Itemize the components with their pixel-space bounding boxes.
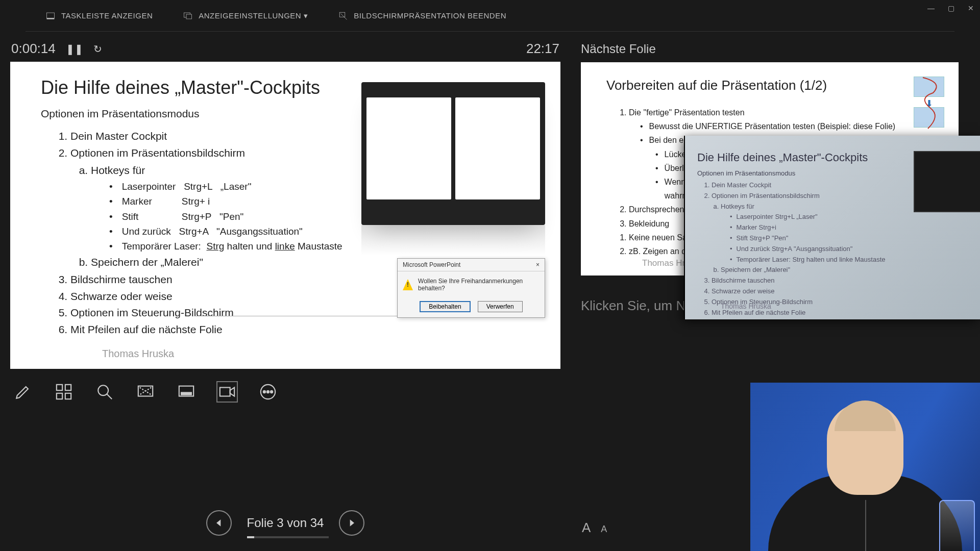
current-slide[interactable]: Die Hilfe deines „Master"-Cockpits Optio… xyxy=(10,62,560,369)
svg-rect-8 xyxy=(57,393,62,399)
elapsed-time: 0:00:14 xyxy=(11,41,56,57)
show-taskbar-button[interactable]: TASKLEISTE ANZEIGEN xyxy=(46,11,153,20)
camera-button[interactable] xyxy=(217,382,237,402)
svg-rect-3 xyxy=(186,14,192,19)
next-slide-title: Vorbereiten auf die Präsentation (1/2) xyxy=(606,78,933,93)
slide-navigation: Folie 3 von 34 xyxy=(10,510,560,536)
subtitle-button[interactable] xyxy=(177,382,196,402)
end-slideshow-button[interactable]: BILDSCHIRMPRÄSENTATION BEENDEN xyxy=(338,11,506,20)
next-slide-label: Nächste Folie xyxy=(581,42,959,56)
maximize-button[interactable]: ▢ xyxy=(948,4,954,12)
svg-point-18 xyxy=(267,391,269,393)
svg-point-10 xyxy=(98,385,108,395)
svg-point-17 xyxy=(263,391,265,393)
ink-dialog: Microsoft PowerPoint × ! Wollen Sie Ihre… xyxy=(397,258,545,318)
svg-rect-1 xyxy=(47,18,55,19)
dialog-message: Wollen Sie Ihre Freihandanmerkungen beha… xyxy=(418,278,540,292)
svg-rect-15 xyxy=(220,388,230,396)
black-screen-button[interactable] xyxy=(136,382,155,402)
warning-icon: ! xyxy=(403,279,413,290)
glass-icon xyxy=(939,500,975,551)
keep-button[interactable]: Beibehalten xyxy=(420,301,470,312)
clock-time: 22:17 xyxy=(526,41,559,57)
svg-rect-7 xyxy=(65,385,71,390)
svg-rect-14 xyxy=(181,392,191,394)
presenter-tools xyxy=(10,369,560,415)
ink-scribble xyxy=(913,72,948,134)
svg-rect-6 xyxy=(57,385,62,390)
projector-photo-overlay: Die Hilfe deines „Master"-Cockpits Optio… xyxy=(684,136,980,319)
prev-slide-button[interactable] xyxy=(206,510,232,536)
svg-point-19 xyxy=(271,391,273,393)
svg-rect-4 xyxy=(340,12,346,17)
webcam-feed[interactable] xyxy=(750,383,980,551)
discard-button[interactable]: Verwerfen xyxy=(478,301,523,312)
close-button[interactable]: ✕ xyxy=(968,4,974,12)
display-settings-label: ANZEIGEEINSTELLUNGEN ▾ xyxy=(199,11,308,20)
pen-tool-button[interactable] xyxy=(13,382,33,402)
dialog-close-icon[interactable]: × xyxy=(536,261,540,268)
next-slide-button[interactable] xyxy=(339,510,364,536)
zoom-button[interactable] xyxy=(95,382,114,402)
end-slideshow-label: BILDSCHIRMPRÄSENTATION BEENDEN xyxy=(354,11,506,20)
svg-rect-9 xyxy=(65,393,71,399)
svg-line-11 xyxy=(107,394,112,399)
restart-timer-button[interactable]: ↻ xyxy=(93,43,102,55)
slide-progress xyxy=(247,536,329,538)
pause-button[interactable]: ❚❚ xyxy=(66,43,83,55)
dialog-title: Microsoft PowerPoint xyxy=(403,261,460,268)
timer-bar: 0:00:14 ❚❚ ↻ 22:17 xyxy=(10,41,560,57)
list-item: Mit Pfeilen auf die nächste Folie xyxy=(70,321,530,338)
more-options-button[interactable] xyxy=(258,382,278,402)
top-menu: TASKLEISTE ANZEIGEN ANZEIGEEINSTELLUNGEN… xyxy=(26,0,954,32)
increase-font-button[interactable]: A xyxy=(582,520,591,536)
display-settings-button[interactable]: ANZEIGEEINSTELLUNGEN ▾ xyxy=(183,11,308,20)
decrease-font-button[interactable]: A xyxy=(601,524,607,535)
connector-line xyxy=(194,316,408,316)
svg-rect-0 xyxy=(47,13,55,18)
see-all-slides-button[interactable] xyxy=(54,382,74,402)
presenter-view-thumbnail xyxy=(361,82,545,225)
slide-author: Thomas Hruska xyxy=(102,348,174,360)
notes-font-controls: A A xyxy=(582,520,607,536)
slide-counter: Folie 3 von 34 xyxy=(247,516,324,530)
overlay-monitor xyxy=(914,151,980,212)
show-taskbar-label: TASKLEISTE ANZEIGEN xyxy=(61,11,153,20)
minimize-button[interactable]: — xyxy=(927,4,935,12)
svg-line-5 xyxy=(341,13,347,19)
